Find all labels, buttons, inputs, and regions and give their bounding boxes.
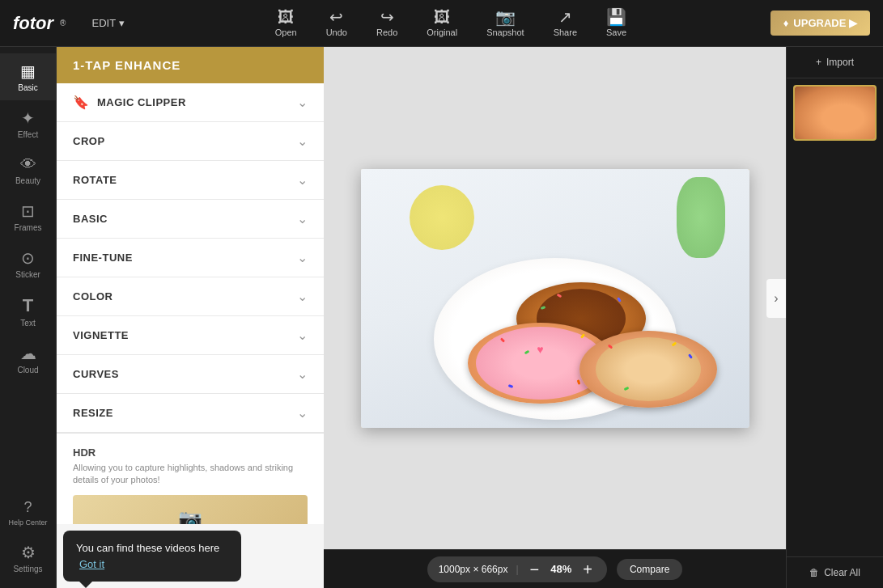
redo-label: Redo [376,27,397,37]
sidebar-item-frames[interactable]: ⊡ Frames [0,193,56,240]
sidebar-item-settings[interactable]: ⚙ Settings [0,535,56,582]
donut-glazed [579,331,717,408]
panel-header: 1-TAP ENHANCE [57,47,324,83]
snapshot-label: Snapshot [486,27,524,37]
undo-icon: ↩ [329,9,343,25]
chevron-right-icon: ⌄ [297,172,308,188]
tooltip-box: You can find these videos here Got it [63,531,241,582]
compare-button[interactable]: Compare [617,559,682,580]
clear-all-button[interactable]: 🗑 Clear All [787,556,883,588]
sidebar-item-cloud[interactable]: ☁ Cloud [0,336,56,383]
left-panel: 1-TAP ENHANCE 🔖 MAGIC CLIPPER ⌄ CROP ⌄ R… [57,47,324,588]
chevron-right-icon: ⌄ [297,366,308,382]
logo-area: fotor® [13,13,66,34]
sidebar-item-help[interactable]: ? Help Center [0,491,56,535]
fine-tune-item[interactable]: FINE-TUNE ⌄ [57,239,324,277]
chevron-right-icon: ⌄ [297,95,308,110]
color-item[interactable]: COLOR ⌄ [57,277,324,316]
redo-button[interactable]: ↪ Redo [362,4,412,42]
sticker-icon: ⊙ [21,248,35,268]
undo-label: Undo [326,27,347,37]
snapshot-button[interactable]: 📷 Snapshot [472,4,538,42]
sidebar-item-label: Basic [18,83,37,92]
upgrade-button[interactable]: ♦ UPGRADE ▶ [771,11,870,36]
zoom-level: 48% [550,563,571,575]
zoom-in-button[interactable]: + [579,561,596,577]
canvas-nav-button[interactable]: › [766,279,786,318]
chevron-down-icon: ▾ [119,17,125,29]
basic-label: BASIC [73,213,108,225]
share-button[interactable]: ↗ Share [539,4,592,42]
text-icon: T [23,295,33,316]
panel-items: 🔖 MAGIC CLIPPER ⌄ CROP ⌄ ROTATE ⌄ BA [57,83,324,524]
chevron-right-icon: ⌄ [297,289,308,304]
canvas-image: ♥ [361,169,749,428]
right-panel: + Import 🗑 Clear All [786,47,883,588]
separator: | [516,564,518,575]
sidebar-item-sticker[interactable]: ⊙ Sticker [0,240,56,287]
trash-icon: 🗑 [809,567,819,578]
import-label: Import [826,57,854,68]
hdr-title: HDR [73,446,308,459]
redo-icon: ↪ [380,9,394,25]
sidebar-item-beauty[interactable]: 👁 Beauty [0,147,56,193]
magic-clipper-item[interactable]: 🔖 MAGIC CLIPPER ⌄ [57,83,324,122]
got-it-link[interactable]: Got it [79,558,104,570]
heart-decoration: ♥ [537,343,543,356]
original-icon: 🖼 [434,9,450,25]
snapshot-icon: 📷 [495,9,516,25]
original-button[interactable]: 🖼 Original [412,4,472,42]
main-layout: ▦ Basic ✦ Effect 👁 Beauty ⊡ Frames ⊙ Sti… [0,47,883,588]
save-button[interactable]: 💾 Save [592,4,641,42]
bg-blob-yellow [410,185,474,250]
rotate-label: ROTATE [73,174,117,186]
hdr-description: Allowing you to capture highlights, shad… [73,462,308,487]
thumbnail-area [787,78,883,556]
cloud-icon: ☁ [20,344,36,363]
undo-button[interactable]: ↩ Undo [312,4,362,42]
canvas-area: ♥ › [324,47,786,549]
sidebar-item-text[interactable]: T Text [0,287,56,336]
help-icon: ? [23,499,32,516]
share-icon: ↗ [558,9,572,25]
resize-label: RESIZE [73,407,113,419]
frames-icon: ⊡ [21,201,35,221]
fine-tune-label: FINE-TUNE [73,252,133,264]
hdr-section: HDR Allowing you to capture highlights, … [57,433,324,524]
topbar-tools: 🖼 Open ↩ Undo ↪ Redo 🖼 Original 📷 Snapsh… [261,4,641,42]
dimension-info: 1000px × 666px | − 48% + [427,556,607,582]
edit-button[interactable]: EDIT ▾ [85,14,131,32]
edit-label: EDIT [91,17,116,29]
import-button[interactable]: + Import [787,47,883,78]
dimensions: 1000px × 666px [439,564,508,575]
chevron-right-icon: ⌄ [297,328,308,343]
beauty-icon: 👁 [20,155,36,174]
sidebar-item-label: Sticker [15,270,40,279]
clear-all-label: Clear All [824,567,860,578]
bottom-bar: 1000px × 666px | − 48% + Compare [324,549,786,588]
basic-item[interactable]: BASIC ⌄ [57,200,324,239]
tooltip-text: You can find these videos here [76,542,219,554]
curves-item[interactable]: CURVES ⌄ [57,355,324,394]
crop-item[interactable]: CROP ⌄ [57,122,324,161]
vignette-item[interactable]: VIGNETTE ⌄ [57,316,324,355]
sidebar-item-label: Help Center [8,518,47,527]
plus-icon: + [816,57,821,68]
color-label: COLOR [73,290,112,302]
open-button[interactable]: 🖼 Open [261,4,312,42]
zoom-out-button[interactable]: − [527,561,543,577]
original-label: Original [427,27,457,37]
chevron-right-icon: ⌄ [297,405,308,421]
image-thumbnail[interactable] [793,85,877,141]
sidebar-item-effect[interactable]: ✦ Effect [0,100,56,147]
chevron-right-icon: ⌄ [297,133,308,149]
rotate-item[interactable]: ROTATE ⌄ [57,161,324,200]
chevron-right-icon: ⌄ [297,211,308,226]
resize-item[interactable]: RESIZE ⌄ [57,394,324,433]
save-icon: 💾 [606,9,626,25]
thumbnail-preview [795,87,875,139]
bookmark-icon: 🔖 [73,95,89,110]
chevron-right-icon: ⌄ [297,250,308,265]
sidebar-item-label: Frames [15,223,42,232]
sidebar-item-basic[interactable]: ▦ Basic [0,53,56,100]
